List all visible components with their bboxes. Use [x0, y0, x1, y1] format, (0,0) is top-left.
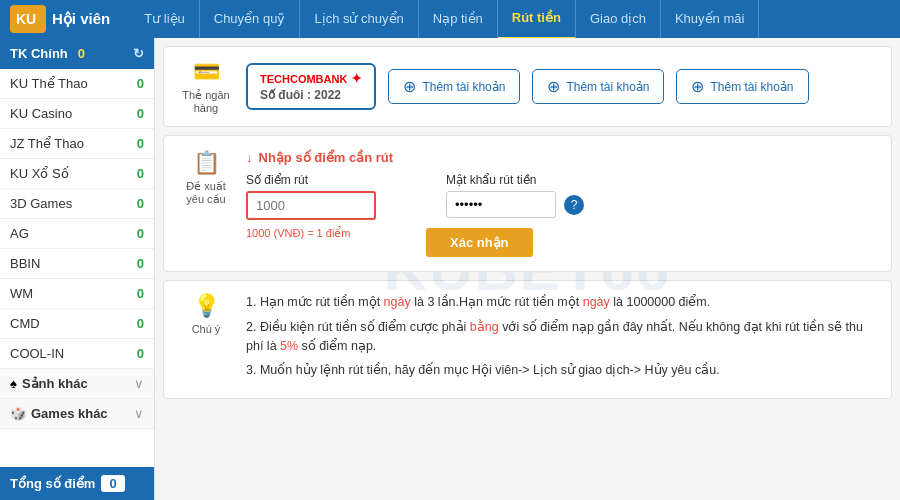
bank-icon-wrap: 💳 Thẻ ngân hàng — [178, 59, 234, 114]
dice-icon: 🎲 — [10, 406, 26, 421]
main-layout: TK Chính 0 ↻ KU Thể Thao 0 KU Casino 0 J… — [0, 38, 900, 500]
content-area: KUBET66 💳 Thẻ ngân hàng TECHCOMBANK ✦ Số… — [155, 38, 900, 500]
points-input-wrap — [246, 191, 376, 220]
sidebar-item-value: 0 — [137, 166, 144, 181]
password-row: ? — [446, 191, 584, 218]
bank-section-label: Thẻ ngân hàng — [178, 89, 234, 114]
logo-text: Hội viên — [52, 10, 110, 28]
header: KU Hội viên Tư liệu Chuyển quỹ Lịch sử c… — [0, 0, 900, 38]
sidebar-header: TK Chính 0 ↻ — [0, 38, 154, 69]
add-account-1[interactable]: ⊕ Thêm tài khoản — [388, 69, 520, 104]
sidebar-item-label: WM — [10, 286, 137, 301]
nav-chuyen-quy[interactable]: Chuyển quỹ — [200, 0, 301, 38]
help-icon[interactable]: ? — [564, 195, 584, 215]
note2-highlight-5: 5% — [280, 339, 298, 353]
propose-icon: 📋 — [193, 150, 220, 176]
svg-text:KU: KU — [16, 11, 36, 27]
hint-label: Nhập số điểm cần rút — [259, 150, 394, 165]
sidebar-item-value: 0 — [137, 76, 144, 91]
sidebar-item-label: KU Thể Thao — [10, 76, 137, 91]
sidebar-section-sanh-khac[interactable]: ♠ Sảnh khác ∨ — [0, 369, 154, 399]
note-item-3: 3. Muốn hủy lệnh rút tiền, hãy đến mục H… — [246, 361, 877, 380]
plus-circle-icon: ⊕ — [691, 77, 704, 96]
note3-text: Muốn hủy lệnh rút tiền, hãy đến mục Hội … — [260, 363, 720, 377]
chevron-down-icon: ∨ — [134, 376, 144, 391]
points-input[interactable] — [246, 191, 376, 220]
refresh-icon[interactable]: ↻ — [133, 46, 144, 61]
notes-icon: 💡 — [193, 293, 220, 319]
sidebar-section-label: Sảnh khác — [22, 376, 134, 391]
nav-lich-su-chuyen[interactable]: Lịch sử chuyển — [300, 0, 418, 38]
note1-highlight-ngay2: ngày — [583, 295, 610, 309]
nav-rut-tien[interactable]: Rút tiền — [498, 0, 576, 39]
note-item-2: 2. Điều kiện rút tiền số điểm cược phải … — [246, 318, 877, 356]
add-account-label-3: Thêm tài khoản — [710, 80, 793, 94]
sidebar-item-label: COOL-IN — [10, 346, 137, 361]
hint-arrow-icon: ↓ — [246, 150, 253, 165]
spade-icon: ♠ — [10, 376, 17, 391]
sidebar-item-value: 0 — [137, 136, 144, 151]
nav-tu-lieu[interactable]: Tư liệu — [130, 0, 200, 38]
notes-content: 1. Hạn mức rút tiền một ngày là 3 lần.Hạ… — [246, 293, 877, 386]
note2-text-before: Điều kiện rút tiền số điểm cược phải — [260, 320, 470, 334]
nav-nap-tien[interactable]: Nạp tiền — [419, 0, 498, 38]
bank-suffix-label: Số đuôi : — [260, 88, 311, 102]
nav-giao-dich[interactable]: Giao dịch — [576, 0, 661, 38]
input-section: 📋 Đề xuất yêu cầu ↓ Nhập số điểm cần rút… — [163, 135, 892, 272]
add-account-2[interactable]: ⊕ Thêm tài khoản — [532, 69, 664, 104]
sidebar-item-value: 0 — [137, 226, 144, 241]
sidebar-item-3d-games[interactable]: 3D Games 0 — [0, 189, 154, 219]
bank-card[interactable]: TECHCOMBANK ✦ Số đuôi : 2022 — [246, 63, 376, 110]
sidebar-header-label: TK Chính — [10, 46, 68, 61]
note-item-1: 1. Hạn mức rút tiền một ngày là 3 lần.Hạ… — [246, 293, 877, 312]
sidebar: TK Chính 0 ↻ KU Thể Thao 0 KU Casino 0 J… — [0, 38, 155, 500]
confirm-button[interactable]: Xác nhận — [426, 228, 533, 257]
sidebar-item-label: JZ Thể Thao — [10, 136, 137, 151]
points-sub-text: 1000 (VNĐ) = 1 điểm — [246, 227, 376, 240]
sidebar-item-ku-casino[interactable]: KU Casino 0 — [0, 99, 154, 129]
sidebar-item-label: CMD — [10, 316, 137, 331]
techcombank-text: TECHCOMBANK — [260, 73, 347, 85]
sidebar-item-ku-the-thao[interactable]: KU Thể Thao 0 — [0, 69, 154, 99]
sidebar-item-label: 3D Games — [10, 196, 137, 211]
note1-text-before: Hạn mức rút tiền một — [260, 295, 384, 309]
sidebar-item-value: 0 — [137, 316, 144, 331]
sidebar-item-cool-in[interactable]: COOL-IN 0 — [0, 339, 154, 369]
sidebar-item-value: 0 — [137, 286, 144, 301]
notes-section: 💡 Chú ý 1. Hạn mức rút tiền một ngày là … — [163, 280, 892, 399]
password-input[interactable] — [446, 191, 556, 218]
sidebar-item-bbin[interactable]: BBIN 0 — [0, 249, 154, 279]
chevron-down-icon: ∨ — [134, 406, 144, 421]
sidebar-item-label: AG — [10, 226, 137, 241]
header-nav: Tư liệu Chuyển quỹ Lịch sử chuyển Nạp ti… — [130, 0, 890, 39]
note1-highlight-ngay: ngày — [384, 295, 411, 309]
bank-card-icon: 💳 — [193, 59, 220, 85]
notes-label: Chú ý — [192, 323, 221, 335]
logo: KU Hội viên — [10, 5, 110, 33]
password-label: Mật khẩu rút tiền — [446, 173, 584, 187]
points-input-group: Số điểm rút 1000 (VNĐ) = 1 điểm — [246, 173, 376, 240]
plus-circle-icon: ⊕ — [547, 77, 560, 96]
sidebar-item-value: 0 — [137, 106, 144, 121]
notes-icon-wrap: 💡 Chú ý — [178, 293, 234, 335]
sidebar-item-ag[interactable]: AG 0 — [0, 219, 154, 249]
input-row: Số điểm rút 1000 (VNĐ) = 1 điểm Mật khẩu… — [246, 173, 877, 257]
sidebar-item-cmd[interactable]: CMD 0 — [0, 309, 154, 339]
sidebar-item-jz-the-thao[interactable]: JZ Thể Thao 0 — [0, 129, 154, 159]
propose-icon-wrap: 📋 Đề xuất yêu cầu — [178, 150, 234, 206]
note2-highlight-bang: bằng — [470, 320, 499, 334]
nav-khuyen-mai[interactable]: Khuyến mãi — [661, 0, 759, 38]
note1-text-after: là 1000000 điểm. — [610, 295, 710, 309]
note1-text-mid: là 3 lần.Hạn mức rút tiền một — [411, 295, 583, 309]
sidebar-footer-label: Tổng số điểm — [10, 476, 95, 491]
note2-text-end: số điểm nạp. — [298, 339, 376, 353]
add-account-3[interactable]: ⊕ Thêm tài khoản — [676, 69, 808, 104]
bank-card-section: 💳 Thẻ ngân hàng TECHCOMBANK ✦ Số đuôi : … — [163, 46, 892, 127]
sidebar-section-label: Games khác — [31, 406, 134, 421]
sidebar-section-games-khac[interactable]: 🎲 Games khác ∨ — [0, 399, 154, 429]
sidebar-item-ku-xo-so[interactable]: KU Xổ Số 0 — [0, 159, 154, 189]
input-form: ↓ Nhập số điểm cần rút Số điểm rút 1000 … — [246, 150, 877, 257]
sidebar-item-label: BBIN — [10, 256, 137, 271]
sidebar-item-label: KU Casino — [10, 106, 137, 121]
sidebar-item-wm[interactable]: WM 0 — [0, 279, 154, 309]
